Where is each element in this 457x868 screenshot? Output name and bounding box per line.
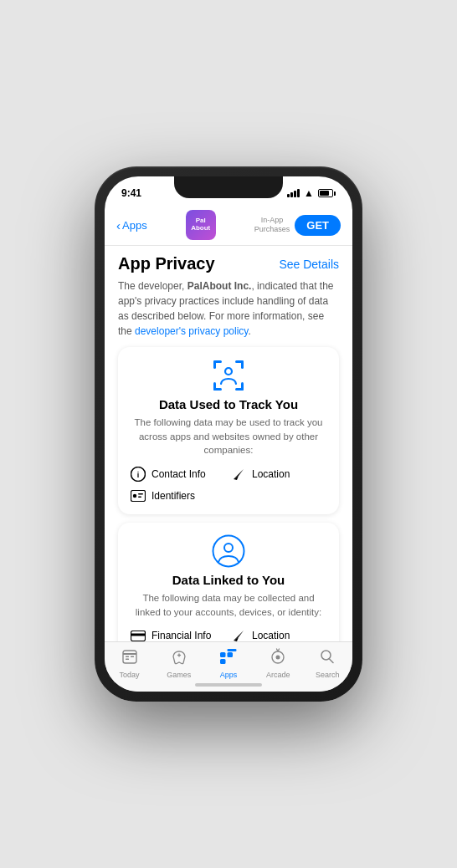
svg-rect-20 (131, 633, 146, 636)
svg-point-8 (225, 368, 232, 375)
svg-rect-42 (220, 659, 226, 664)
track-item-location: Location (230, 466, 327, 483)
svg-marker-21 (234, 631, 244, 641)
linked-icon-area (130, 534, 327, 568)
svg-rect-35 (126, 656, 129, 658)
tab-arcade[interactable]: Arcade (254, 648, 301, 679)
svg-rect-37 (131, 656, 134, 658)
svg-marker-11 (234, 469, 244, 479)
linked-person-icon (212, 534, 245, 568)
svg-rect-40 (220, 652, 226, 657)
status-icons: ▲ (287, 187, 336, 199)
track-data-items: i Contact Info Location (130, 466, 327, 504)
main-content: App Privacy See Details The developer, P… (105, 246, 352, 644)
track-location-label: Location (252, 468, 290, 480)
tab-arcade-label: Arcade (266, 671, 290, 679)
tab-apps[interactable]: Apps (205, 648, 252, 679)
phone-frame: 9:41 ▲ ‹ Apps (95, 166, 362, 702)
svg-point-14 (133, 494, 136, 498)
svg-rect-36 (126, 659, 129, 661)
app-icon: PalAbout (186, 210, 216, 240)
tab-apps-label: Apps (220, 671, 238, 679)
signal-icon (287, 189, 300, 197)
info-icon: i (130, 466, 146, 483)
wifi-icon: ▲ (304, 187, 314, 199)
nav-right: In-App Purchases GET (254, 215, 341, 236)
track-identifiers-label: Identifiers (151, 490, 195, 502)
tab-games[interactable]: Games (156, 648, 203, 679)
today-icon (121, 648, 138, 669)
track-card-desc: The following data may be used to track … (130, 416, 327, 457)
svg-marker-12 (234, 476, 239, 480)
tab-games-label: Games (167, 671, 191, 679)
home-indicator (195, 683, 262, 687)
page-header: App Privacy See Details (118, 254, 339, 273)
track-icon-area (130, 359, 327, 392)
phone-screen: 9:41 ▲ ‹ Apps (105, 176, 352, 692)
svg-rect-16 (138, 497, 141, 498)
search-icon (319, 648, 336, 669)
linked-location-label: Location (252, 630, 290, 641)
games-icon (171, 648, 187, 669)
svg-rect-41 (227, 652, 233, 657)
svg-line-47 (330, 659, 334, 663)
svg-rect-43 (227, 649, 236, 651)
track-card-title: Data Used to Track You (130, 397, 327, 411)
in-app-purchases-label: In-App Purchases (254, 216, 290, 234)
privacy-description: The developer, PalAbout Inc., indicated … (118, 278, 339, 339)
track-item-identifiers: Identifiers (130, 488, 227, 504)
tab-today-label: Today (120, 671, 140, 679)
svg-rect-5 (213, 382, 216, 391)
linked-to-you-card: Data Linked to You The following data ma… (118, 523, 339, 644)
notch (174, 176, 283, 198)
svg-rect-15 (138, 493, 143, 495)
nav-bar: ‹ Apps PalAbout In-App Purchases GET (105, 207, 352, 246)
apps-icon (219, 648, 238, 669)
nav-center: PalAbout (147, 210, 254, 240)
see-details-link[interactable]: See Details (279, 258, 339, 271)
id-icon (130, 488, 146, 504)
linked-card-desc: The following data may be collected and … (130, 591, 327, 619)
track-you-card: Data Used to Track You The following dat… (118, 347, 339, 514)
status-time: 9:41 (121, 187, 141, 199)
back-button[interactable]: ‹ Apps (116, 218, 147, 232)
svg-rect-1 (213, 360, 216, 369)
chevron-left-icon: ‹ (116, 218, 121, 232)
app-name: PalAbout (191, 217, 210, 232)
tab-search[interactable]: Search (304, 648, 351, 679)
back-label: Apps (122, 219, 147, 232)
page-title: App Privacy (118, 254, 215, 273)
linked-financial-label: Financial Info (151, 630, 211, 641)
svg-rect-7 (241, 382, 244, 391)
arcade-icon (270, 648, 286, 669)
svg-rect-33 (123, 651, 136, 663)
track-contact-label: Contact Info (151, 468, 206, 480)
svg-point-18 (224, 544, 233, 552)
battery-icon (318, 189, 336, 197)
get-button[interactable]: GET (295, 215, 341, 236)
svg-rect-34 (123, 653, 136, 655)
track-item-contact: i Contact Info (130, 466, 227, 483)
svg-point-45 (276, 656, 280, 660)
svg-rect-3 (241, 360, 244, 369)
privacy-policy-link[interactable]: developer's privacy policy (135, 325, 248, 337)
tab-today[interactable]: Today (106, 648, 153, 679)
location-icon (230, 466, 247, 483)
tab-search-label: Search (316, 671, 340, 679)
linked-card-title: Data Linked to You (130, 573, 327, 587)
tracking-icon (212, 359, 245, 392)
svg-text:i: i (137, 471, 140, 479)
